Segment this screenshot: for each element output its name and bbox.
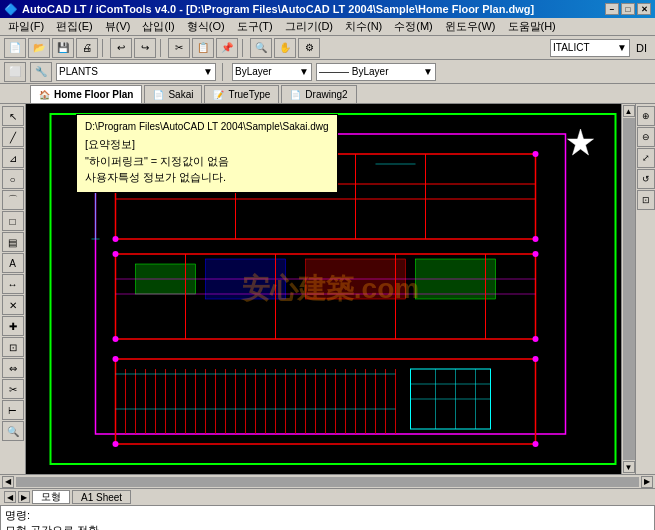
scroll-track — [623, 118, 635, 460]
menu-draw[interactable]: 그리기(D) — [279, 18, 339, 35]
left-toolbox: ↖ ╱ ⊿ ○ ⌒ □ ▤ A ↔ ✕ ✚ ⊡ ⇔ ✂ ⊢ 🔍 — [0, 104, 26, 474]
arc-tool[interactable]: ⌒ — [2, 190, 24, 210]
scroll-right-button[interactable]: ▶ — [641, 476, 653, 488]
layer-props-button[interactable]: 🔧 — [30, 62, 52, 82]
hatch-tool[interactable]: ▤ — [2, 232, 24, 252]
menu-window[interactable]: 윈도우(W) — [439, 18, 502, 35]
di-label: DI — [632, 42, 651, 54]
tab-truetype[interactable]: 📝 TrueType — [204, 85, 279, 103]
zoom-button[interactable]: 🔍 — [250, 38, 272, 58]
svg-point-69 — [113, 336, 119, 342]
extend-tool[interactable]: ⊢ — [2, 400, 24, 420]
model-tab-model[interactable]: 모형 — [32, 490, 70, 504]
trim-tool[interactable]: ✂ — [2, 379, 24, 399]
redo-button[interactable]: ↪ — [134, 38, 156, 58]
tab-sakai[interactable]: 📄 Sakai — [144, 85, 202, 103]
cut-button[interactable]: ✂ — [168, 38, 190, 58]
menu-insert[interactable]: 삽입(I) — [136, 18, 180, 35]
dim-tool[interactable]: ↔ — [2, 274, 24, 294]
tab-icon-2: 📝 — [213, 90, 224, 100]
menu-format[interactable]: 형식(O) — [181, 18, 231, 35]
tab-scroll-right[interactable]: ▶ — [18, 491, 30, 503]
layer-dropdown[interactable]: PLANTS ▼ — [56, 63, 216, 81]
minimize-button[interactable]: − — [605, 3, 619, 15]
move-tool[interactable]: ✚ — [2, 316, 24, 336]
maximize-button[interactable]: □ — [621, 3, 635, 15]
menu-view[interactable]: 뷰(V) — [99, 18, 137, 35]
title-bar-left: 🔷 AutoCAD LT / iComTools v4.0 - [D:\Prog… — [4, 3, 534, 16]
zoom-win-tool[interactable]: 🔍 — [2, 421, 24, 441]
menu-bar: 파일(F) 편집(E) 뷰(V) 삽입(I) 형식(O) 도구(T) 그리기(D… — [0, 18, 655, 36]
separator-3 — [242, 39, 246, 57]
scroll-up-button[interactable]: ▲ — [623, 105, 635, 117]
linetype-dropdown[interactable]: ——— ByLayer ▼ — [316, 63, 436, 81]
right-toolbox: ⊕ ⊖ ⤢ ↺ ⊡ — [635, 104, 655, 474]
menu-dimension[interactable]: 치수(N) — [339, 18, 388, 35]
command-area[interactable]: 명령: 모형 공간으로 전환. 명령: — [0, 506, 655, 530]
menu-help[interactable]: 도움말(H) — [502, 18, 562, 35]
svg-point-64 — [533, 151, 539, 157]
scroll-left-button[interactable]: ◀ — [2, 476, 14, 488]
model-tabs-area: ◀ ▶ 모형 A1 Sheet — [0, 488, 655, 506]
erase-tool[interactable]: ✕ — [2, 295, 24, 315]
rt-btn-4[interactable]: ↺ — [637, 169, 655, 189]
menu-file[interactable]: 파일(F) — [2, 18, 50, 35]
separator-1 — [102, 39, 106, 57]
svg-point-74 — [533, 441, 539, 447]
save-button[interactable]: 💾 — [52, 38, 74, 58]
tab-scroll-left[interactable]: ◀ — [4, 491, 16, 503]
select-tool[interactable]: ↖ — [2, 106, 24, 126]
pline-tool[interactable]: ⊿ — [2, 148, 24, 168]
copy-tool-2[interactable]: ⊡ — [2, 337, 24, 357]
scroll-down-button[interactable]: ▼ — [623, 461, 635, 473]
tooltip-popup: D:\Program Files\AutoCAD LT 2004\Sample\… — [76, 114, 338, 193]
tooltip-path: D:\Program Files\AutoCAD LT 2004\Sample\… — [85, 121, 329, 132]
menu-edit[interactable]: 편집(E) — [50, 18, 99, 35]
tab-home-floor-plan[interactable]: 🏠 Home Floor Plan — [30, 85, 142, 103]
font-dropdown[interactable]: ITALICT ▼ — [550, 39, 630, 57]
title-text: AutoCAD LT / iComTools v4.0 - [D:\Progra… — [22, 3, 534, 15]
main-area: ↖ ╱ ⊿ ○ ⌒ □ ▤ A ↔ ✕ ✚ ⊡ ⇔ ✂ ⊢ 🔍 — [0, 104, 655, 474]
print-button[interactable]: 🖨 — [76, 38, 98, 58]
main-toolbar: 📄 📂 💾 🖨 ↩ ↪ ✂ 📋 📌 🔍 ✋ ⚙ ITALICT ▼ DI — [0, 36, 655, 60]
color-dropdown[interactable]: ByLayer ▼ — [232, 63, 312, 81]
svg-point-72 — [533, 356, 539, 362]
rt-btn-3[interactable]: ⤢ — [637, 148, 655, 168]
rt-btn-1[interactable]: ⊕ — [637, 106, 655, 126]
undo-button[interactable]: ↩ — [110, 38, 132, 58]
horizontal-scrollbar[interactable]: ◀ ▶ — [0, 474, 655, 488]
line-tool[interactable]: ╱ — [2, 127, 24, 147]
mirror-tool[interactable]: ⇔ — [2, 358, 24, 378]
pan-button[interactable]: ✋ — [274, 38, 296, 58]
tooltip-body: [요약정보] "하이퍼링크" = 지정값이 없음 사용자특성 정보가 없습니다. — [85, 136, 329, 186]
rect-tool[interactable]: □ — [2, 211, 24, 231]
paste-button[interactable]: 📌 — [216, 38, 238, 58]
layer-toolbar: ⬜ 🔧 PLANTS ▼ ByLayer ▼ ——— ByLayer ▼ — [0, 60, 655, 84]
layer-sep-1 — [222, 63, 226, 81]
open-button[interactable]: 📂 — [28, 38, 50, 58]
rt-btn-2[interactable]: ⊖ — [637, 127, 655, 147]
svg-point-71 — [113, 356, 119, 362]
text-tool[interactable]: A — [2, 253, 24, 273]
canvas-content: D:\Program Files\AutoCAD LT 2004\Sample\… — [26, 104, 635, 474]
svg-point-68 — [533, 251, 539, 257]
prop-button[interactable]: ⚙ — [298, 38, 320, 58]
layer-manager-button[interactable]: ⬜ — [4, 62, 26, 82]
svg-point-65 — [113, 236, 119, 242]
tab-drawing2[interactable]: 📄 Drawing2 — [281, 85, 356, 103]
close-button[interactable]: ✕ — [637, 3, 651, 15]
menu-tools[interactable]: 도구(T) — [231, 18, 279, 35]
model-tab-a1sheet[interactable]: A1 Sheet — [72, 490, 131, 504]
tab-icon-3: 📄 — [290, 90, 301, 100]
new-button[interactable]: 📄 — [4, 38, 26, 58]
copy-button[interactable]: 📋 — [192, 38, 214, 58]
drawing-canvas[interactable]: D:\Program Files\AutoCAD LT 2004\Sample\… — [26, 104, 635, 474]
vertical-scrollbar[interactable]: ▲ ▼ — [621, 104, 635, 474]
title-bar-buttons: − □ ✕ — [605, 3, 651, 15]
circle-tool[interactable]: ○ — [2, 169, 24, 189]
svg-point-73 — [113, 441, 119, 447]
svg-point-70 — [533, 336, 539, 342]
rt-btn-5[interactable]: ⊡ — [637, 190, 655, 210]
menu-modify[interactable]: 수정(M) — [388, 18, 439, 35]
separator-2 — [160, 39, 164, 57]
